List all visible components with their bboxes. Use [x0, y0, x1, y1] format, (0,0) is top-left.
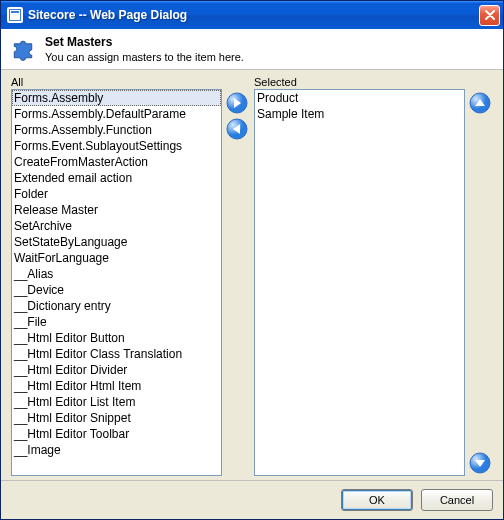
move-down-button[interactable]: [469, 452, 491, 474]
selected-listbox[interactable]: ProductSample Item: [254, 89, 465, 476]
transfer-buttons: [226, 76, 250, 476]
selected-label: Selected: [254, 76, 465, 88]
arrow-right-icon: [226, 92, 248, 114]
all-column: All Forms.AssemblyForms.Assembly.Default…: [11, 76, 222, 476]
list-item[interactable]: Forms.Assembly.Function: [12, 122, 221, 138]
list-item[interactable]: CreateFromMasterAction: [12, 154, 221, 170]
list-item[interactable]: SetStateByLanguage: [12, 234, 221, 250]
add-button[interactable]: [226, 92, 248, 114]
list-item[interactable]: WaitForLanguage: [12, 250, 221, 266]
svg-rect-2: [11, 11, 19, 13]
titlebar: Sitecore -- Web Page Dialog: [1, 1, 503, 29]
list-item[interactable]: Forms.Assembly.DefaultParame: [12, 106, 221, 122]
list-item[interactable]: Product: [255, 90, 464, 106]
puzzle-icon: [9, 35, 37, 63]
arrow-up-icon: [469, 92, 491, 114]
list-item[interactable]: Forms.Event.SublayoutSettings: [12, 138, 221, 154]
arrow-left-icon: [226, 118, 248, 140]
list-item[interactable]: __Image: [12, 442, 221, 458]
list-item[interactable]: __Html Editor Button: [12, 330, 221, 346]
all-listbox[interactable]: Forms.AssemblyForms.Assembly.DefaultPara…: [11, 89, 222, 476]
header-text: Set Masters You can assign masters to th…: [45, 35, 244, 63]
list-item[interactable]: __Html Editor Class Translation: [12, 346, 221, 362]
cancel-button[interactable]: Cancel: [421, 489, 493, 511]
list-item[interactable]: Release Master: [12, 202, 221, 218]
list-item[interactable]: __Dictionary entry: [12, 298, 221, 314]
all-label: All: [11, 76, 222, 88]
list-item[interactable]: __Html Editor Toolbar: [12, 426, 221, 442]
arrow-down-icon: [469, 452, 491, 474]
list-item[interactable]: Sample Item: [255, 106, 464, 122]
dialog-subtitle: You can assign masters to the item here.: [45, 51, 244, 63]
window-title: Sitecore -- Web Page Dialog: [28, 8, 479, 22]
dialog-body: All Forms.AssemblyForms.Assembly.Default…: [1, 70, 503, 480]
dialog-window: Sitecore -- Web Page Dialog Set Masters …: [0, 0, 504, 520]
list-item[interactable]: __Html Editor Html Item: [12, 378, 221, 394]
list-item[interactable]: __Device: [12, 282, 221, 298]
app-icon: [7, 7, 23, 23]
list-item[interactable]: __File: [12, 314, 221, 330]
close-button[interactable]: [479, 5, 500, 26]
list-item[interactable]: __Alias: [12, 266, 221, 282]
list-item[interactable]: __Html Editor Divider: [12, 362, 221, 378]
list-item[interactable]: SetArchive: [12, 218, 221, 234]
selected-column: Selected ProductSample Item: [254, 76, 465, 476]
remove-button[interactable]: [226, 118, 248, 140]
dialog-title: Set Masters: [45, 35, 244, 49]
close-icon: [485, 10, 495, 20]
list-item[interactable]: __Html Editor Snippet: [12, 410, 221, 426]
list-item[interactable]: __Html Editor List Item: [12, 394, 221, 410]
list-item[interactable]: Folder: [12, 186, 221, 202]
ok-button[interactable]: OK: [341, 489, 413, 511]
dialog-header: Set Masters You can assign masters to th…: [1, 29, 503, 70]
dialog-footer: OK Cancel: [1, 480, 503, 519]
list-item[interactable]: Forms.Assembly: [12, 90, 221, 106]
list-item[interactable]: Extended email action: [12, 170, 221, 186]
move-up-button[interactable]: [469, 92, 491, 114]
order-buttons: [469, 76, 493, 476]
